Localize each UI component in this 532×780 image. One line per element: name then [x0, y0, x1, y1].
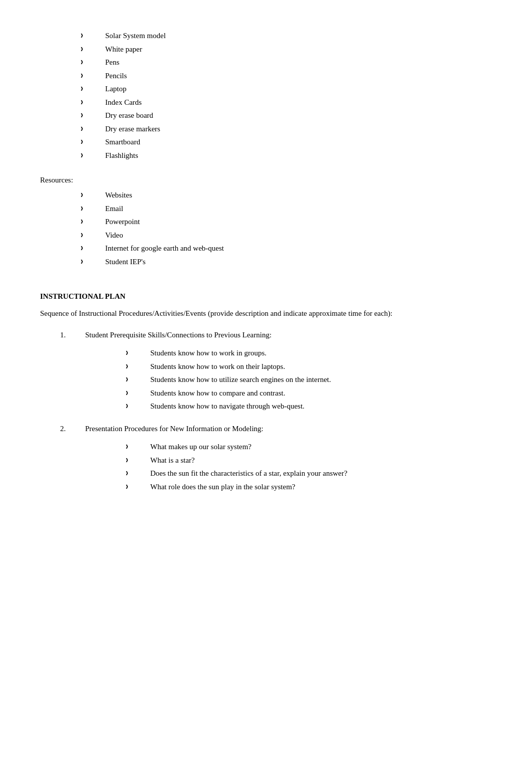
bullet-icon: ❱	[80, 97, 90, 105]
sequence-description: Sequence of Instructional Procedures/Act…	[40, 308, 492, 319]
bullet-icon: ❱	[125, 481, 135, 490]
list-item: ❱Does the sun fit the characteristics of…	[125, 468, 492, 479]
bullet-icon: ❱	[80, 83, 90, 92]
list-item: ❱Pens	[80, 57, 492, 68]
bullet-icon: ❱	[80, 243, 90, 251]
instructional-step-2: 2.Presentation Procedures for New Inform…	[60, 423, 492, 495]
list-item: ❱What makes up our solar system?	[125, 441, 492, 453]
list-item: ❱Students know how to compare and contra…	[125, 387, 492, 399]
bullet-icon: ❱	[80, 256, 90, 265]
list-item: ❱What role does the sun play in the sola…	[125, 481, 492, 493]
instructional-plan-heading: INSTRUCTIONAL PLAN	[40, 292, 492, 301]
bullet-icon: ❱	[80, 203, 90, 212]
bullet-icon: ❱	[125, 387, 135, 396]
step-content: Presentation Procedures for New Informat…	[85, 423, 492, 495]
bullet-icon: ❱	[125, 374, 135, 382]
bullet-icon: ❱	[80, 57, 90, 65]
bullet-icon: ❱	[80, 44, 90, 52]
step-number: 1.	[60, 329, 85, 341]
list-item: ❱Smartboard	[80, 136, 492, 148]
list-item: ❱Students know how to navigate through w…	[125, 401, 492, 412]
step-content: Student Prerequisite Skills/Connections …	[85, 329, 492, 414]
list-item: ❱Dry erase board	[80, 110, 492, 121]
step-title: Student Prerequisite Skills/Connections …	[85, 331, 272, 339]
materials-list: ❱Solar System model❱White paper❱Pens❱Pen…	[80, 30, 492, 161]
bullet-icon: ❱	[80, 189, 90, 198]
bullet-icon: ❱	[125, 468, 135, 476]
list-item: ❱Index Cards	[80, 97, 492, 108]
list-item: ❱Flashlights	[80, 150, 492, 161]
bullet-icon: ❱	[80, 150, 90, 158]
list-item: ❱Pencils	[80, 70, 492, 82]
bullet-icon: ❱	[80, 136, 90, 145]
list-item: ❱Student IEP's	[80, 256, 492, 268]
bullet-icon: ❱	[125, 455, 135, 463]
bullet-icon: ❱	[125, 401, 135, 409]
bullet-icon: ❱	[125, 441, 135, 450]
list-item: ❱Solar System model	[80, 30, 492, 42]
instructional-step-1: 1.Student Prerequisite Skills/Connection…	[60, 329, 492, 414]
bullet-icon: ❱	[80, 123, 90, 132]
list-item: ❱What is a star?	[125, 455, 492, 466]
bullet-icon: ❱	[80, 216, 90, 225]
list-item: ❱Powerpoint	[80, 216, 492, 228]
instructional-steps: 1.Student Prerequisite Skills/Connection…	[60, 329, 492, 495]
list-item: ❱Dry erase markers	[80, 123, 492, 135]
list-item: ❱Websites	[80, 189, 492, 201]
list-item: ❱White paper	[80, 44, 492, 55]
sub-bullet-list: ❱What makes up our solar system?❱What is…	[125, 441, 492, 492]
bullet-icon: ❱	[80, 230, 90, 238]
bullet-icon: ❱	[80, 30, 90, 39]
list-item: ❱Laptop	[80, 83, 492, 95]
resources-label: Resources:	[40, 176, 492, 184]
list-item: ❱Students know how to work on their lapt…	[125, 361, 492, 372]
sub-bullet-list: ❱Students know how to work in groups.❱St…	[125, 347, 492, 412]
step-title: Presentation Procedures for New Informat…	[85, 425, 263, 433]
bullet-icon: ❱	[125, 347, 135, 356]
list-item: ❱Video	[80, 230, 492, 241]
step-number: 2.	[60, 423, 85, 435]
bullet-icon: ❱	[80, 110, 90, 118]
list-item: ❱Internet for google earth and web-quest	[80, 243, 492, 254]
resources-list: ❱Websites❱Email❱Powerpoint❱Video❱Interne…	[80, 189, 492, 267]
bullet-icon: ❱	[125, 361, 135, 369]
bullet-icon: ❱	[80, 70, 90, 79]
list-item: ❱Students know how to utilize search eng…	[125, 374, 492, 385]
list-item: ❱Students know how to work in groups.	[125, 347, 492, 359]
list-item: ❱Email	[80, 203, 492, 215]
